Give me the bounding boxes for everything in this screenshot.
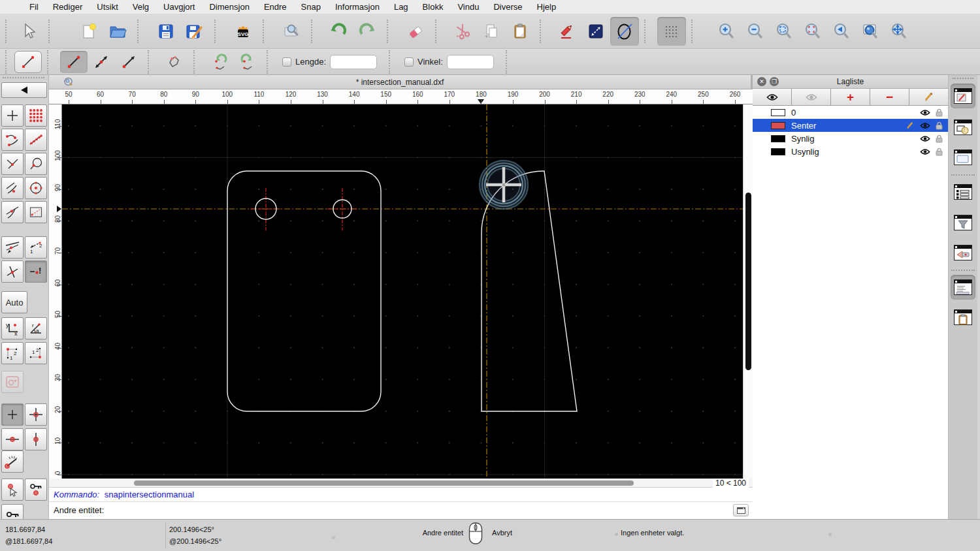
snap-intersection-button[interactable]: [1, 201, 24, 223]
snap-intersection-auto-button[interactable]: [1, 236, 24, 259]
undock-panel-button[interactable]: ❐: [770, 77, 779, 86]
print-preview-button[interactable]: [277, 17, 306, 46]
coords-cartesian-button[interactable]: yx: [1, 317, 24, 339]
angle-input[interactable]: [447, 55, 494, 69]
snap-back-button[interactable]: [1, 82, 47, 98]
add-layer-button[interactable]: +: [831, 89, 870, 105]
zoom-in-button[interactable]: [712, 17, 741, 46]
open-file-button[interactable]: [103, 17, 132, 46]
erase-button[interactable]: [401, 17, 430, 46]
restrict-nothing-button[interactable]: [1, 403, 24, 426]
angle-checkbox[interactable]: [404, 57, 414, 67]
close-panel-button[interactable]: ✕: [757, 77, 766, 86]
line-two-points-button[interactable]: [60, 51, 88, 73]
paste-button[interactable]: [506, 17, 534, 46]
layer-color-swatch[interactable]: [771, 122, 785, 129]
menu-item-uavgjort[interactable]: Uavgjort: [156, 2, 202, 12]
menu-item-velg[interactable]: Velg: [125, 2, 156, 12]
export-svg-button[interactable]: SVG: [229, 17, 257, 46]
menu-item-snap[interactable]: Snap: [294, 2, 328, 12]
coords-polar-button[interactable]: ra: [25, 317, 47, 339]
layer-lock-icon[interactable]: [936, 148, 943, 156]
dock-handle[interactable]: [3, 77, 44, 78]
horizontal-scrollbar-thumb[interactable]: [134, 480, 634, 486]
layer-lock-icon[interactable]: [936, 134, 943, 143]
redo-button[interactable]: [353, 17, 382, 46]
layer-row-usynlig[interactable]: Usynlig: [753, 145, 948, 158]
snap-endpoints-button[interactable]: [1, 129, 24, 151]
layer-visibility-icon[interactable]: [920, 109, 930, 116]
menu-item-vindu[interactable]: Vindu: [450, 2, 486, 12]
ellipse-tool-button[interactable]: [610, 17, 639, 46]
dock-handle[interactable]: [953, 78, 973, 79]
vertical-scrollbar[interactable]: [743, 104, 753, 479]
snap-on-entity-button[interactable]: [25, 129, 47, 151]
zoom-out-button[interactable]: [741, 17, 770, 46]
pen-palette-dock-button[interactable]: [951, 84, 975, 108]
line-ray-button[interactable]: [115, 51, 142, 73]
new-document-button[interactable]: [74, 17, 103, 46]
layer-color-swatch[interactable]: [771, 109, 785, 116]
zoom-auto-button[interactable]: [770, 17, 798, 46]
layer-color-swatch[interactable]: [771, 148, 785, 155]
layer-lock-icon[interactable]: [936, 108, 943, 117]
snap-free-button[interactable]: [1, 104, 24, 127]
zoom-redraw-button[interactable]: [827, 17, 856, 46]
vertical-scrollbar-thumb[interactable]: [745, 193, 751, 370]
toolbar-handle[interactable]: [5, 50, 11, 74]
command-prompt-line[interactable]: Andre entitet:: [49, 502, 753, 519]
restrict-vertical-button[interactable]: [25, 428, 47, 450]
layer-list-dock-button[interactable]: [951, 180, 975, 204]
named-views-dock-button[interactable]: [951, 240, 975, 265]
length-checkbox[interactable]: [282, 57, 291, 67]
restrict-disabled-button[interactable]: [1, 371, 24, 393]
menu-item-utsikt[interactable]: Utsikt: [90, 2, 125, 12]
snap-reference-button[interactable]: [25, 201, 47, 223]
layer-row-0[interactable]: 0: [753, 106, 948, 119]
menu-item-hjelp[interactable]: Hjelp: [530, 2, 564, 12]
clipboard-dock-button[interactable]: [951, 305, 975, 330]
undo-button[interactable]: [324, 17, 353, 46]
zoom-window-button[interactable]: [856, 17, 885, 46]
layer-row-synlig[interactable]: Synlig: [753, 132, 948, 145]
remove-layer-button[interactable]: −: [870, 89, 909, 105]
point-order-2-button[interactable]: 12: [25, 342, 47, 364]
snap-perpendicular-button[interactable]: [1, 153, 24, 175]
menu-item-lag[interactable]: Lag: [387, 2, 416, 12]
layer-visibility-icon[interactable]: [920, 148, 930, 155]
horizontal-scrollbar[interactable]: 10 < 100: [49, 479, 753, 488]
layer-row-senter[interactable]: Senter: [753, 119, 948, 132]
redo-segment-button[interactable]: [234, 51, 261, 73]
length-input[interactable]: [330, 55, 377, 69]
zoom-previous-button[interactable]: [798, 17, 827, 46]
lock-relative-zero-button[interactable]: [25, 479, 47, 501]
layer-visibility-icon[interactable]: [920, 135, 930, 142]
menu-item-blokk[interactable]: Blokk: [416, 2, 451, 12]
snap-grid-button[interactable]: [25, 104, 47, 127]
layer-lock-icon[interactable]: [936, 121, 943, 130]
angle-gauge-button[interactable]: [1, 450, 24, 473]
distance-reference-button[interactable]: [581, 17, 610, 46]
menu-item-fil[interactable]: Fil: [22, 2, 46, 12]
blocks-dock-button[interactable]: [951, 115, 975, 140]
library-dock-button[interactable]: [951, 145, 975, 170]
menu-item-dimensjon[interactable]: Dimensjon: [202, 2, 256, 12]
menu-item-informasjon[interactable]: Informasjon: [328, 2, 387, 12]
restrict-orthogonal-button[interactable]: [25, 403, 47, 426]
command-dock-toggle-button[interactable]: [733, 504, 749, 516]
filter-dock-button[interactable]: [951, 210, 975, 235]
cut-button[interactable]: +: [448, 17, 477, 46]
hide-all-layers-button[interactable]: [792, 89, 831, 105]
drawing-canvas[interactable]: [62, 104, 743, 479]
drawing-entities[interactable]: [227, 171, 577, 411]
polyline-button[interactable]: [161, 51, 188, 73]
snap-middle-button[interactable]: [1, 177, 24, 199]
save-button[interactable]: [152, 17, 180, 46]
line-angle-button[interactable]: [88, 51, 115, 73]
restrict-horizontal-button[interactable]: [1, 428, 24, 450]
layer-visibility-icon[interactable]: [920, 122, 930, 129]
zoom-pan-button[interactable]: [885, 17, 913, 46]
menu-item-rediger[interactable]: Rediger: [46, 2, 90, 12]
select-pointer-button[interactable]: [14, 17, 43, 46]
save-as-button[interactable]: [180, 17, 209, 46]
